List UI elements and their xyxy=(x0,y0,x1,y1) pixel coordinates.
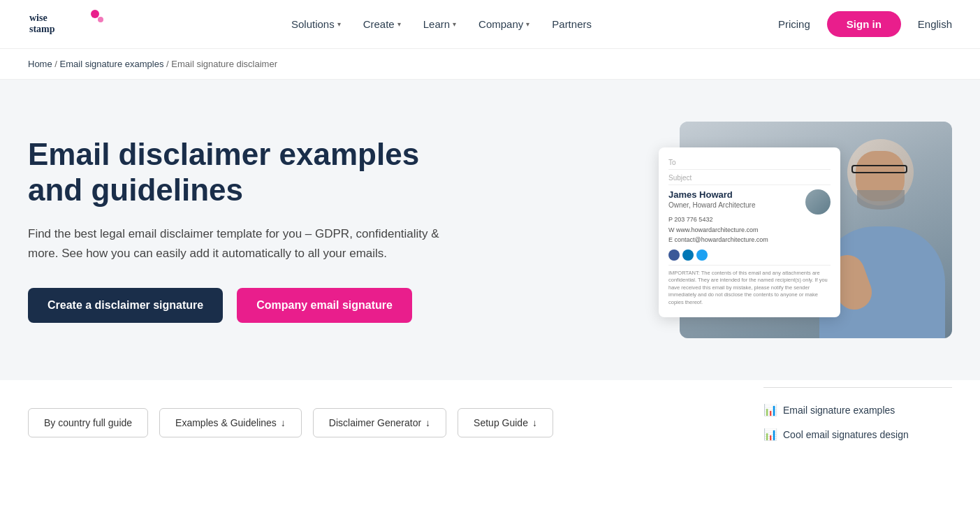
hero-buttons: Create a disclaimer signature Company em… xyxy=(28,288,461,323)
tab-examples-guidelines[interactable]: Examples & Guidelines ↓ xyxy=(159,408,302,437)
breadcrumb-current: Email signature disclaimer xyxy=(171,59,277,69)
svg-text:stamp: stamp xyxy=(29,24,55,34)
email-subject-field: Subject xyxy=(668,174,831,185)
email-to-field: To xyxy=(668,159,831,170)
svg-text:wise: wise xyxy=(29,13,47,23)
hero-section: Email disclaimer examples and guidelines… xyxy=(0,80,980,380)
sidebar: 📊 Email signature examples 📊 Cool email … xyxy=(763,380,952,447)
company-email-button[interactable]: Company email signature xyxy=(237,288,412,323)
sidebar-divider xyxy=(763,387,952,388)
nav-links: Solutions ▾ Create ▾ Learn ▾ Company ▾ P… xyxy=(291,18,592,30)
create-disclaimer-button[interactable]: Create a disclaimer signature xyxy=(28,288,223,323)
sig-disclaimer-text: IMPORTANT: The contents of this email an… xyxy=(668,265,831,307)
tab-setup-guide[interactable]: Setup Guide ↓ xyxy=(458,408,553,437)
arrow-down-icon: ↓ xyxy=(281,417,286,428)
chevron-down-icon: ▾ xyxy=(526,20,529,28)
hero-subtitle: Find the best legal email disclaimer tem… xyxy=(28,224,461,262)
arrow-down-icon: ↓ xyxy=(425,417,430,428)
chevron-down-icon: ▾ xyxy=(397,20,401,28)
twitter-icon xyxy=(696,249,708,261)
nav-create[interactable]: Create ▾ xyxy=(363,18,401,30)
nav-learn[interactable]: Learn ▾ xyxy=(423,18,456,30)
signin-button[interactable]: Sign in xyxy=(827,11,901,37)
breadcrumb-home[interactable]: Home xyxy=(28,59,52,69)
signature-avatar xyxy=(805,189,831,215)
pricing-link[interactable]: Pricing xyxy=(778,18,810,30)
nav-company[interactable]: Company ▾ xyxy=(478,18,529,30)
hero-content: Email disclaimer examples and guidelines… xyxy=(28,137,461,323)
nav-partners[interactable]: Partners xyxy=(552,18,592,30)
logo-text: wise stamp xyxy=(28,7,105,41)
sig-website: W www.howardarchitecture.com xyxy=(668,225,831,235)
nav-solutions[interactable]: Solutions ▾ xyxy=(291,18,341,30)
sig-email: E contact@howardarchitecture.com xyxy=(668,235,831,245)
bottom-area: By country full guide Examples & Guideli… xyxy=(0,380,980,474)
tab-disclaimer-generator[interactable]: Disclaimer Generator ↓ xyxy=(313,408,446,437)
sig-social-icons xyxy=(668,249,831,261)
chart-icon: 📊 xyxy=(763,403,777,416)
arrow-down-icon: ↓ xyxy=(532,417,537,428)
chart-icon: 📊 xyxy=(763,428,777,441)
chevron-down-icon: ▾ xyxy=(337,20,341,28)
navigation-tabs: By country full guide Examples & Guideli… xyxy=(28,380,553,437)
breadcrumb: Home / Email signature examples / Email … xyxy=(0,49,980,80)
navbar: wise stamp Solutions ▾ Create ▾ Learn ▾ … xyxy=(0,0,980,49)
nav-right: Pricing Sign in English xyxy=(778,11,952,37)
hero-image: To Subject James Howard Owner, Howard Ar… xyxy=(680,122,952,338)
email-signature-preview: To Subject James Howard Owner, Howard Ar… xyxy=(659,147,840,317)
sidebar-cool-signatures[interactable]: 📊 Cool email signatures design xyxy=(763,422,952,447)
facebook-icon xyxy=(668,249,680,261)
breadcrumb-examples[interactable]: Email signature examples xyxy=(60,59,164,69)
tab-by-country[interactable]: By country full guide xyxy=(28,408,148,437)
page-title: Email disclaimer examples and guidelines xyxy=(28,137,461,208)
chevron-down-icon: ▾ xyxy=(453,20,456,28)
svg-point-2 xyxy=(91,10,99,18)
sig-phone: P 203 776 5432 xyxy=(668,215,831,224)
svg-point-3 xyxy=(98,17,103,22)
linkedin-icon xyxy=(682,249,694,261)
sidebar-email-examples[interactable]: 📊 Email signature examples xyxy=(763,398,952,422)
language-selector[interactable]: English xyxy=(918,18,952,30)
logo[interactable]: wise stamp xyxy=(28,7,105,41)
